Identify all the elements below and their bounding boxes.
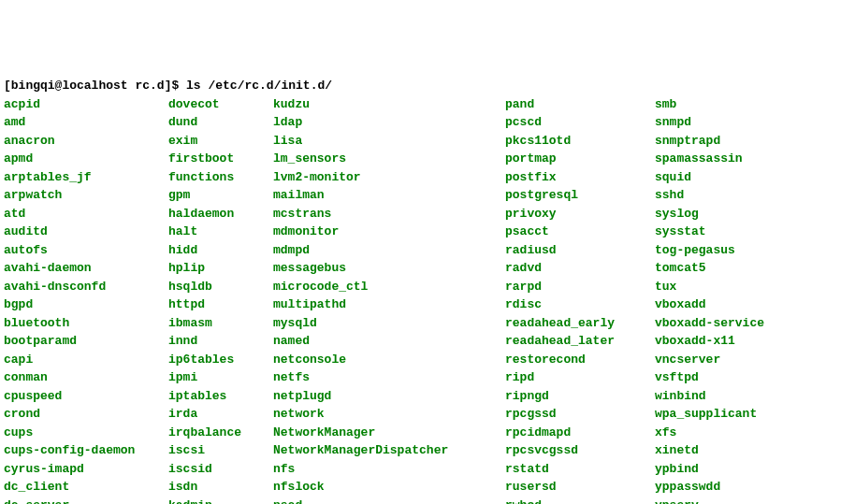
file-entry: avahi-daemon xyxy=(4,259,168,278)
file-entry: atd xyxy=(4,205,168,223)
file-entry: autofs xyxy=(4,241,168,260)
file-entry: firstboot xyxy=(168,150,273,168)
file-entry: readahead_later xyxy=(505,332,655,351)
file-entry: rusersd xyxy=(505,478,655,497)
file-entry: arpwatch xyxy=(4,186,168,205)
file-entry: mdmonitor xyxy=(273,223,505,241)
file-entry: cpuspeed xyxy=(4,387,168,406)
file-entry: winbind xyxy=(655,387,804,406)
file-entry: ripd xyxy=(505,368,655,387)
file-entry: netconsole xyxy=(273,351,505,369)
file-entry: pkcs11otd xyxy=(505,132,655,151)
file-entry: bootparamd xyxy=(4,332,168,351)
file-entry: privoxy xyxy=(505,205,655,223)
file-entry: named xyxy=(273,332,505,351)
shell-prompt: [bingqi@localhost rc.d]$ xyxy=(4,79,186,93)
file-entry: ibmasm xyxy=(168,314,273,333)
file-entry: mailman xyxy=(273,186,505,205)
file-entry: dund xyxy=(168,113,273,132)
file-entry: dc_server xyxy=(4,497,168,505)
file-entry: crond xyxy=(4,405,168,424)
file-entry: nfs xyxy=(273,460,505,479)
file-entry: psacct xyxy=(505,223,655,241)
file-entry: NetworkManagerDispatcher xyxy=(273,441,505,460)
file-entry: ypserv xyxy=(655,497,804,505)
file-entry: sshd xyxy=(655,186,804,205)
file-entry: snmptrapd xyxy=(655,132,804,151)
ls-output: acpidamdanacronapmdarptables_jfarpwatcha… xyxy=(4,95,851,505)
file-entry: nfslock xyxy=(273,478,505,497)
file-entry: ripngd xyxy=(505,387,655,406)
file-entry: cups-config-daemon xyxy=(4,441,168,460)
file-entry: pand xyxy=(505,95,655,114)
file-entry: auditd xyxy=(4,223,168,241)
file-entry: xfs xyxy=(655,424,804,442)
file-entry: halt xyxy=(168,223,273,241)
file-entry: apmd xyxy=(4,150,168,168)
file-entry: conman xyxy=(4,368,168,387)
file-entry: yppasswdd xyxy=(655,478,804,497)
file-entry: acpid xyxy=(4,95,168,114)
file-entry: restorecond xyxy=(505,351,655,369)
file-entry: radiusd xyxy=(505,241,655,260)
file-entry: httpd xyxy=(168,295,273,314)
file-entry: xinetd xyxy=(655,441,804,460)
file-entry: vboxadd xyxy=(655,295,804,314)
file-entry: functions xyxy=(168,168,273,187)
file-entry: bluetooth xyxy=(4,314,168,333)
file-entry: irqbalance xyxy=(168,424,273,442)
column-5: smbsnmpdsnmptrapdspamassassinsquidsshdsy… xyxy=(655,95,804,505)
file-entry: kadmin xyxy=(168,497,273,505)
file-entry: haldaemon xyxy=(168,205,273,223)
file-entry: anacron xyxy=(4,132,168,151)
file-entry: mcstrans xyxy=(273,205,505,223)
file-entry: hidd xyxy=(168,241,273,260)
file-entry: avahi-dnsconfd xyxy=(4,278,168,296)
file-entry: iscsid xyxy=(168,460,273,479)
file-entry: rpcgssd xyxy=(505,405,655,424)
column-3: kudzuldaplisalm_sensorslvm2-monitormailm… xyxy=(273,95,505,505)
file-entry: exim xyxy=(168,132,273,151)
file-entry: amd xyxy=(4,113,168,132)
file-entry: vboxadd-service xyxy=(655,314,804,333)
file-entry: iscsi xyxy=(168,441,273,460)
file-entry: postfix xyxy=(505,168,655,187)
file-entry: pcscd xyxy=(505,113,655,132)
file-entry: smb xyxy=(655,95,804,114)
file-entry: lm_sensors xyxy=(273,150,505,168)
file-entry: rdisc xyxy=(505,295,655,314)
file-entry: isdn xyxy=(168,478,273,497)
file-entry: hplip xyxy=(168,259,273,278)
file-entry: dovecot xyxy=(168,95,273,114)
file-entry: sysstat xyxy=(655,223,804,241)
file-entry: portmap xyxy=(505,150,655,168)
file-entry: rpcsvcgssd xyxy=(505,441,655,460)
column-4: pandpcscdpkcs11otdportmappostfixpostgres… xyxy=(505,95,655,505)
file-entry: gpm xyxy=(168,186,273,205)
file-entry: spamassassin xyxy=(655,150,804,168)
file-entry: tux xyxy=(655,278,804,296)
file-entry: lvm2-monitor xyxy=(273,168,505,187)
file-entry: capi xyxy=(4,351,168,369)
file-entry: rpcidmapd xyxy=(505,424,655,442)
file-entry: NetworkManager xyxy=(273,424,505,442)
column-2: dovecotdundeximfirstbootfunctionsgpmhald… xyxy=(168,95,273,505)
file-entry: vncserver xyxy=(655,351,804,369)
file-entry: mdmpd xyxy=(273,241,505,260)
file-entry: ldap xyxy=(273,113,505,132)
file-entry: hsqldb xyxy=(168,278,273,296)
file-entry: syslog xyxy=(655,205,804,223)
file-entry: vsftpd xyxy=(655,368,804,387)
file-entry: mysqld xyxy=(273,314,505,333)
file-entry: multipathd xyxy=(273,295,505,314)
file-entry: irda xyxy=(168,405,273,424)
file-entry: rarpd xyxy=(505,278,655,296)
file-entry: messagebus xyxy=(273,259,505,278)
file-entry: netplugd xyxy=(273,387,505,406)
file-entry: ypbind xyxy=(655,460,804,479)
file-entry: dc_client xyxy=(4,478,168,497)
file-entry: arptables_jf xyxy=(4,168,168,187)
file-entry: postgresql xyxy=(505,186,655,205)
file-entry: snmpd xyxy=(655,113,804,132)
file-entry: iptables xyxy=(168,387,273,406)
